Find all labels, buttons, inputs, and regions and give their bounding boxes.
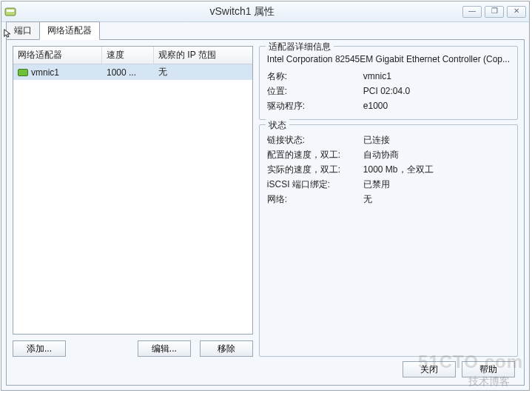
header-range[interactable]: 观察的 IP 范围 — [154, 47, 252, 64]
minimize-button[interactable]: — — [462, 6, 482, 18]
status-group: 状态 链接状态:已连接 配置的速度，双工:自动协商 实际的速度，双工:1000 … — [259, 124, 518, 357]
tab-content: 网络适配器 速度 观察的 IP 范围 vmnic1 1000 ... — [6, 39, 525, 386]
edit-button[interactable]: 编辑... — [138, 340, 191, 357]
value-name: vmnic1 — [363, 69, 510, 84]
label-network: 网络: — [267, 192, 363, 206]
adapter-list[interactable]: 网络适配器 速度 观察的 IP 范围 vmnic1 1000 ... — [13, 46, 253, 335]
close-window-button[interactable]: ✕ — [507, 6, 526, 18]
label-name: 名称: — [267, 69, 363, 84]
label-iscsi: iSCSI 端口绑定: — [267, 177, 363, 192]
right-panel: 适配器详细信息 Intel Corporation 82545EM Gigabi… — [259, 46, 518, 357]
list-header[interactable]: 网络适配器 速度 观察的 IP 范围 — [13, 47, 252, 64]
value-network: 无 — [363, 192, 510, 206]
titlebar[interactable]: vSwitch1 属性 — ❐ ✕ — [1, 1, 529, 22]
window-title: vSwitch1 属性 — [22, 5, 462, 19]
list-row[interactable]: vmnic1 1000 ... 无 — [13, 64, 252, 80]
value-iscsi: 已禁用 — [363, 177, 510, 192]
header-speed[interactable]: 速度 — [102, 47, 154, 64]
row-range: 无 — [154, 66, 252, 78]
left-button-row: 添加... 编辑... 移除 — [13, 340, 253, 357]
dialog-footer: 关闭 帮助 — [13, 357, 518, 379]
help-button[interactable]: 帮助 — [462, 361, 515, 377]
label-driver: 驱动程序: — [267, 98, 363, 113]
list-body: vmnic1 1000 ... 无 — [13, 64, 252, 334]
value-driver: e1000 — [363, 98, 510, 113]
tab-ports[interactable]: 端口 — [6, 21, 40, 40]
value-location: PCI 02:04.0 — [363, 84, 510, 98]
tab-strip: 端口 网络适配器 — [6, 24, 525, 40]
app-icon — [4, 6, 16, 18]
window-controls: — ❐ ✕ — [462, 6, 526, 18]
nic-icon — [18, 69, 28, 76]
label-link: 链接状态: — [267, 132, 363, 147]
value-act-speed: 1000 Mb，全双工 — [363, 162, 510, 177]
tab-network-adapters[interactable]: 网络适配器 — [39, 21, 100, 40]
add-button[interactable]: 添加... — [13, 340, 66, 357]
status-title: 状态 — [266, 119, 289, 132]
client-area: 端口 网络适配器 网络适配器 速度 观察的 IP 范围 — [1, 22, 529, 390]
label-location: 位置: — [267, 84, 363, 98]
row-speed: 1000 ... — [102, 67, 154, 78]
dialog-window: vSwitch1 属性 — ❐ ✕ 端口 网络适配器 网络适配器 速度 观察的 … — [1, 1, 530, 391]
header-name[interactable]: 网络适配器 — [13, 47, 102, 64]
remove-button[interactable]: 移除 — [200, 340, 253, 357]
adapter-details-group: 适配器详细信息 Intel Corporation 82545EM Gigabi… — [259, 46, 518, 120]
label-act-speed: 实际的速度，双工: — [267, 162, 363, 177]
controller-name: Intel Corporation 82545EM Gigabit Ethern… — [267, 54, 510, 64]
svg-rect-1 — [7, 10, 14, 12]
label-cfg-speed: 配置的速度，双工: — [267, 147, 363, 162]
row-name: vmnic1 — [31, 67, 59, 78]
maximize-button[interactable]: ❐ — [485, 6, 504, 18]
value-cfg-speed: 自动协商 — [363, 147, 510, 162]
left-panel: 网络适配器 速度 观察的 IP 范围 vmnic1 1000 ... — [13, 46, 253, 357]
close-button[interactable]: 关闭 — [403, 361, 456, 377]
adapter-details-title: 适配器详细信息 — [266, 41, 334, 53]
value-link: 已连接 — [363, 132, 510, 147]
